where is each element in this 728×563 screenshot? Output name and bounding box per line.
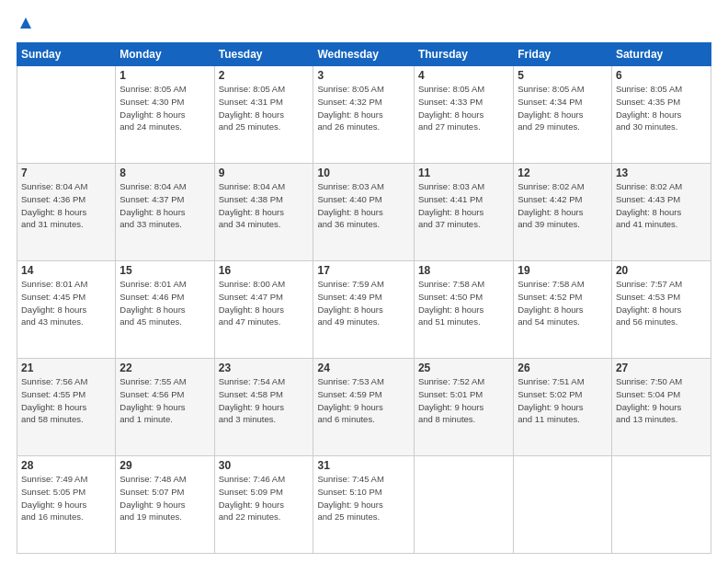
day-number: 25	[418, 362, 509, 374]
column-header-tuesday: Tuesday	[214, 43, 313, 66]
calendar-cell: 24Sunrise: 7:53 AMSunset: 4:59 PMDayligh…	[313, 359, 414, 456]
day-info: Sunrise: 7:50 AMSunset: 5:04 PMDaylight:…	[616, 375, 707, 426]
svg-marker-0	[20, 17, 31, 29]
calendar-table: SundayMondayTuesdayWednesdayThursdayFrid…	[17, 42, 711, 554]
day-number: 5	[518, 69, 608, 82]
day-info: Sunrise: 7:57 AMSunset: 4:53 PMDaylight:…	[616, 278, 707, 328]
day-number: 29	[119, 459, 210, 472]
calendar-cell: 3Sunrise: 8:05 AMSunset: 4:32 PMDaylight…	[313, 66, 414, 164]
day-number: 13	[616, 167, 707, 179]
day-headers-row: SundayMondayTuesdayWednesdayThursdayFrid…	[17, 43, 711, 66]
day-number: 21	[21, 362, 111, 374]
calendar-cell: 12Sunrise: 8:02 AMSunset: 4:42 PMDayligh…	[514, 164, 612, 261]
day-info: Sunrise: 8:05 AMSunset: 4:30 PMDaylight:…	[119, 83, 210, 133]
day-number: 26	[518, 362, 608, 374]
calendar-cell: 30Sunrise: 7:46 AMSunset: 5:09 PMDayligh…	[214, 456, 313, 554]
calendar-cell: 13Sunrise: 8:02 AMSunset: 4:43 PMDayligh…	[611, 164, 711, 261]
day-number: 15	[119, 264, 210, 277]
day-number: 24	[317, 362, 409, 374]
day-number: 4	[418, 69, 509, 82]
column-header-friday: Friday	[514, 43, 612, 66]
calendar-cell: 10Sunrise: 8:03 AMSunset: 4:40 PMDayligh…	[313, 164, 414, 261]
calendar-cell: 20Sunrise: 7:57 AMSunset: 4:53 PMDayligh…	[611, 261, 711, 359]
day-number: 17	[317, 264, 409, 277]
calendar-cell: 23Sunrise: 7:54 AMSunset: 4:58 PMDayligh…	[214, 359, 313, 456]
page: SundayMondayTuesdayWednesdayThursdayFrid…	[0, 0, 728, 563]
day-info: Sunrise: 7:55 AMSunset: 4:56 PMDaylight:…	[119, 375, 210, 426]
column-header-monday: Monday	[116, 43, 214, 66]
day-number: 7	[21, 167, 111, 179]
calendar-cell: 25Sunrise: 7:52 AMSunset: 5:01 PMDayligh…	[414, 359, 513, 456]
day-info: Sunrise: 7:52 AMSunset: 5:01 PMDaylight:…	[418, 375, 509, 426]
calendar-cell: 31Sunrise: 7:45 AMSunset: 5:10 PMDayligh…	[313, 456, 414, 554]
day-info: Sunrise: 8:04 AMSunset: 4:36 PMDaylight:…	[21, 180, 111, 231]
calendar-cell: 26Sunrise: 7:51 AMSunset: 5:02 PMDayligh…	[514, 359, 612, 456]
day-number: 3	[317, 69, 409, 82]
calendar-cell: 29Sunrise: 7:48 AMSunset: 5:07 PMDayligh…	[116, 456, 214, 554]
day-info: Sunrise: 7:56 AMSunset: 4:55 PMDaylight:…	[21, 375, 111, 426]
day-number: 9	[219, 167, 310, 179]
column-header-saturday: Saturday	[611, 43, 711, 66]
day-info: Sunrise: 8:05 AMSunset: 4:35 PMDaylight:…	[616, 83, 707, 133]
day-info: Sunrise: 8:01 AMSunset: 4:46 PMDaylight:…	[119, 278, 210, 328]
day-number: 11	[418, 167, 509, 179]
day-info: Sunrise: 8:04 AMSunset: 4:38 PMDaylight:…	[219, 180, 310, 231]
week-row-1: 1Sunrise: 8:05 AMSunset: 4:30 PMDaylight…	[17, 66, 711, 164]
column-header-wednesday: Wednesday	[313, 43, 414, 66]
logo-triangle-icon	[19, 17, 32, 33]
day-number: 16	[219, 264, 310, 277]
calendar-cell: 19Sunrise: 7:58 AMSunset: 4:52 PMDayligh…	[514, 261, 612, 359]
calendar-cell: 15Sunrise: 8:01 AMSunset: 4:46 PMDayligh…	[116, 261, 214, 359]
day-info: Sunrise: 8:04 AMSunset: 4:37 PMDaylight:…	[119, 180, 210, 231]
column-header-thursday: Thursday	[414, 43, 513, 66]
day-info: Sunrise: 7:49 AMSunset: 5:05 PMDaylight:…	[21, 473, 111, 523]
day-number: 14	[21, 264, 111, 277]
week-row-2: 7Sunrise: 8:04 AMSunset: 4:36 PMDaylight…	[17, 164, 711, 261]
day-number: 19	[518, 264, 608, 277]
calendar-cell: 14Sunrise: 8:01 AMSunset: 4:45 PMDayligh…	[17, 261, 116, 359]
calendar-cell: 11Sunrise: 8:03 AMSunset: 4:41 PMDayligh…	[414, 164, 513, 261]
day-info: Sunrise: 7:51 AMSunset: 5:02 PMDaylight:…	[518, 375, 608, 426]
day-info: Sunrise: 8:05 AMSunset: 4:31 PMDaylight:…	[219, 83, 310, 133]
day-number: 20	[616, 264, 707, 277]
day-number: 2	[219, 69, 310, 82]
day-number: 12	[518, 167, 608, 179]
day-info: Sunrise: 8:02 AMSunset: 4:42 PMDaylight:…	[518, 180, 608, 231]
week-row-3: 14Sunrise: 8:01 AMSunset: 4:45 PMDayligh…	[17, 261, 711, 359]
day-number: 28	[21, 459, 111, 472]
day-info: Sunrise: 8:00 AMSunset: 4:47 PMDaylight:…	[219, 278, 310, 328]
day-info: Sunrise: 8:05 AMSunset: 4:34 PMDaylight:…	[518, 83, 608, 133]
calendar-cell: 17Sunrise: 7:59 AMSunset: 4:49 PMDayligh…	[313, 261, 414, 359]
calendar-cell	[17, 66, 116, 164]
day-number: 27	[616, 362, 707, 374]
calendar-cell: 28Sunrise: 7:49 AMSunset: 5:05 PMDayligh…	[17, 456, 116, 554]
day-number: 1	[119, 69, 210, 82]
header	[17, 17, 711, 33]
week-row-4: 21Sunrise: 7:56 AMSunset: 4:55 PMDayligh…	[17, 359, 711, 456]
calendar-cell: 27Sunrise: 7:50 AMSunset: 5:04 PMDayligh…	[611, 359, 711, 456]
calendar-cell: 21Sunrise: 7:56 AMSunset: 4:55 PMDayligh…	[17, 359, 116, 456]
day-number: 18	[418, 264, 509, 277]
calendar-cell: 2Sunrise: 8:05 AMSunset: 4:31 PMDaylight…	[214, 66, 313, 164]
week-row-5: 28Sunrise: 7:49 AMSunset: 5:05 PMDayligh…	[17, 456, 711, 554]
calendar-cell	[611, 456, 711, 554]
day-info: Sunrise: 7:46 AMSunset: 5:09 PMDaylight:…	[219, 473, 310, 523]
calendar-cell: 4Sunrise: 8:05 AMSunset: 4:33 PMDaylight…	[414, 66, 513, 164]
calendar-cell	[414, 456, 513, 554]
calendar-cell: 7Sunrise: 8:04 AMSunset: 4:36 PMDaylight…	[17, 164, 116, 261]
day-info: Sunrise: 7:59 AMSunset: 4:49 PMDaylight:…	[317, 278, 409, 328]
day-info: Sunrise: 8:02 AMSunset: 4:43 PMDaylight:…	[616, 180, 707, 231]
day-info: Sunrise: 7:48 AMSunset: 5:07 PMDaylight:…	[119, 473, 210, 523]
day-info: Sunrise: 8:03 AMSunset: 4:41 PMDaylight:…	[418, 180, 509, 231]
day-number: 22	[119, 362, 210, 374]
day-number: 30	[219, 459, 310, 472]
day-number: 8	[119, 167, 210, 179]
day-info: Sunrise: 7:45 AMSunset: 5:10 PMDaylight:…	[317, 473, 409, 523]
logo	[17, 17, 32, 33]
day-number: 6	[616, 69, 707, 82]
day-number: 31	[317, 459, 409, 472]
calendar-cell: 5Sunrise: 8:05 AMSunset: 4:34 PMDaylight…	[514, 66, 612, 164]
day-info: Sunrise: 7:58 AMSunset: 4:50 PMDaylight:…	[418, 278, 509, 328]
calendar-cell: 9Sunrise: 8:04 AMSunset: 4:38 PMDaylight…	[214, 164, 313, 261]
day-info: Sunrise: 7:58 AMSunset: 4:52 PMDaylight:…	[518, 278, 608, 328]
